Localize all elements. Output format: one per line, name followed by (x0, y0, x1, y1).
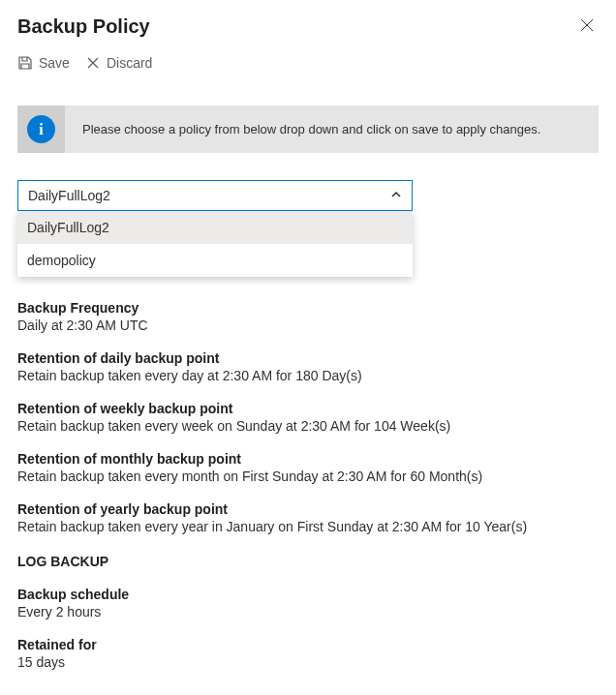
panel-header: Backup Policy (0, 0, 616, 49)
info-icon-wrap: i (17, 106, 65, 153)
dropdown-menu: DailyFullLog2 demopolicy (17, 211, 413, 277)
yearly-retention-section: Retention of yearly backup point Retain … (17, 501, 599, 534)
dropdown-selected: DailyFullLog2 (28, 188, 110, 203)
dropdown-option[interactable]: DailyFullLog2 (17, 211, 413, 244)
info-banner: i Please choose a policy from below drop… (17, 106, 599, 153)
policy-dropdown-wrap: DailyFullLog2 DailyFullLog2 demopolicy (17, 180, 413, 211)
chevron-up-icon (390, 188, 402, 203)
discard-button[interactable]: Discard (85, 55, 152, 71)
dropdown-option[interactable]: demopolicy (17, 244, 413, 277)
section-title: Retention of monthly backup point (17, 451, 599, 467)
monthly-retention-section: Retention of monthly backup point Retain… (17, 451, 599, 484)
section-title: Retention of weekly backup point (17, 401, 599, 416)
section-title: Retention of yearly backup point (17, 501, 599, 517)
close-button[interactable] (575, 14, 599, 40)
section-title: Retained for (17, 637, 599, 652)
info-icon: i (27, 115, 55, 143)
weekly-retention-section: Retention of weekly backup point Retain … (17, 401, 599, 434)
policy-dropdown[interactable]: DailyFullLog2 (17, 180, 413, 211)
section-text: Retain backup taken every month on First… (17, 468, 599, 484)
close-icon (579, 17, 595, 33)
info-text: Please choose a policy from below drop d… (65, 108, 558, 150)
retained-for-section: Retained for 15 days (17, 637, 599, 670)
section-text: Retain backup taken every day at 2:30 AM… (17, 368, 599, 383)
section-text: Every 2 hours (17, 604, 599, 619)
backup-schedule-section: Backup schedule Every 2 hours (17, 587, 599, 619)
backup-frequency-section: Backup Frequency Daily at 2:30 AM UTC (17, 300, 599, 333)
section-text: Daily at 2:30 AM UTC (17, 317, 599, 333)
save-button[interactable]: Save (17, 55, 70, 71)
panel-title: Backup Policy (17, 15, 150, 38)
discard-label: Discard (107, 55, 152, 71)
log-backup-header: LOG BACKUP (17, 554, 599, 569)
section-text: Retain backup taken every week on Sunday… (17, 418, 599, 434)
content-area: i Please choose a policy from below drop… (0, 82, 616, 670)
daily-retention-section: Retention of daily backup point Retain b… (17, 350, 599, 383)
toolbar: Save Discard (0, 49, 616, 82)
section-title: Retention of daily backup point (17, 350, 599, 366)
section-text: 15 days (17, 654, 599, 670)
save-label: Save (39, 55, 70, 71)
policy-details: Backup Frequency Daily at 2:30 AM UTC Re… (17, 300, 599, 670)
discard-icon (85, 55, 101, 71)
section-text: Retain backup taken every year in Januar… (17, 519, 599, 534)
section-title: Backup schedule (17, 587, 599, 602)
section-title: Backup Frequency (17, 300, 599, 316)
save-icon (17, 55, 33, 71)
